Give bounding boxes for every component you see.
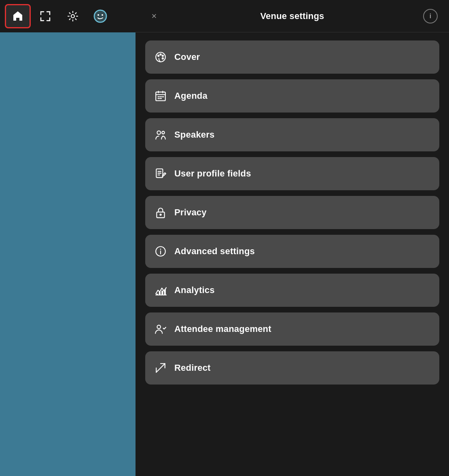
menu-item-analytics[interactable]: Analytics <box>145 274 439 307</box>
privacy-label: Privacy <box>174 207 207 218</box>
expand-button[interactable] <box>32 4 58 28</box>
calendar-icon <box>154 90 167 102</box>
palette-icon <box>154 51 167 63</box>
svg-rect-22 <box>164 289 166 295</box>
svg-point-11 <box>157 131 161 134</box>
svg-point-3 <box>97 14 99 16</box>
analytics-icon <box>154 284 167 296</box>
svg-point-23 <box>157 325 161 329</box>
menu-item-cover[interactable]: Cover <box>145 40 439 74</box>
svg-rect-19 <box>156 294 158 295</box>
gear-button[interactable] <box>60 4 86 28</box>
svg-point-15 <box>160 214 161 215</box>
svg-point-9 <box>162 58 163 59</box>
close-button[interactable]: × <box>147 9 161 23</box>
menu-item-speakers[interactable]: Speakers <box>145 118 439 151</box>
svg-point-4 <box>102 14 103 16</box>
lock-icon <box>154 206 167 219</box>
home-button[interactable] <box>5 4 31 28</box>
smiley-button[interactable] <box>87 4 113 28</box>
analytics-label: Analytics <box>174 285 215 295</box>
menu-item-redirect[interactable]: Redirect <box>145 351 439 385</box>
panel-title: Venue settings <box>260 11 324 21</box>
info-circle-icon <box>154 245 167 257</box>
menu-item-attendee-management[interactable]: Attendee management <box>145 312 439 346</box>
svg-point-17 <box>160 249 161 250</box>
attendee-management-label: Attendee management <box>174 324 271 334</box>
speaker-icon <box>154 129 167 141</box>
svg-rect-21 <box>161 291 163 295</box>
svg-point-6 <box>158 55 159 56</box>
menu-item-user-profile-fields[interactable]: User profile fields <box>145 157 439 190</box>
svg-point-12 <box>162 131 164 134</box>
menu-item-agenda[interactable]: Agenda <box>145 79 439 113</box>
cover-label: Cover <box>174 52 200 62</box>
advanced-settings-label: Advanced settings <box>174 246 255 257</box>
menu-item-advanced-settings[interactable]: Advanced settings <box>145 235 439 268</box>
toolbar <box>0 0 136 32</box>
sidebar <box>0 0 136 476</box>
redirect-label: Redirect <box>174 363 211 373</box>
main-panel: × Venue settings i Cover <box>136 0 449 476</box>
panel-header: × Venue settings i <box>136 0 449 32</box>
attendees-icon <box>154 323 167 335</box>
redirect-icon <box>154 362 167 374</box>
info-button[interactable]: i <box>423 9 438 23</box>
svg-point-0 <box>71 15 74 18</box>
menu-item-privacy[interactable]: Privacy <box>145 196 439 229</box>
user-profile-fields-label: User profile fields <box>174 168 251 179</box>
svg-point-8 <box>162 55 163 56</box>
user-edit-icon <box>154 168 167 180</box>
agenda-label: Agenda <box>174 91 208 101</box>
svg-point-7 <box>160 54 161 55</box>
menu-list: Cover Agenda <box>136 32 449 476</box>
speakers-label: Speakers <box>174 130 214 140</box>
svg-rect-20 <box>159 292 161 295</box>
